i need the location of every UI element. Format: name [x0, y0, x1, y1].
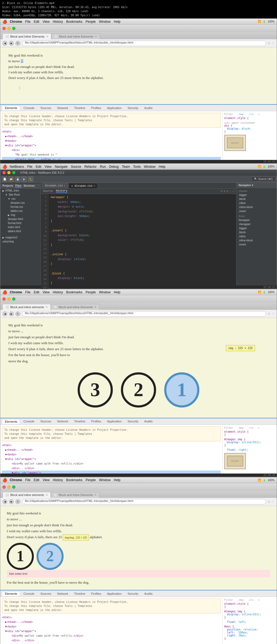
files-tab[interactable]: Files [15, 184, 21, 188]
devtools-tab-sources[interactable]: Sources [38, 106, 54, 110]
tab-close-css-1[interactable]: ✕ [64, 184, 65, 187]
tab-cls-2-2[interactable]: ✕ [94, 306, 97, 308]
fwd-3[interactable]: ▶ [9, 499, 14, 504]
bookmarks-menu[interactable]: Bookmarks [66, 20, 83, 24]
chrome-menu-2[interactable]: Chrome [10, 290, 22, 294]
tab-close-2[interactable]: ✕ [95, 35, 97, 38]
devtools-tab-console[interactable]: Console [21, 106, 37, 110]
help-menu-3[interactable]: Help [114, 478, 121, 482]
nb-nav-invert[interactable]: .invert [236, 209, 277, 213]
nb-nav-bigger-2[interactable]: .bigger [236, 226, 277, 230]
minimize-3[interactable] [7, 485, 11, 489]
nb-nav-block-2[interactable]: .block [236, 230, 277, 234]
dt3-security[interactable]: Security [125, 592, 141, 596]
window-menu[interactable]: Window [99, 20, 111, 24]
nb-item-divspan-html[interactable]: divspan.html [0, 217, 41, 221]
nb-menu-source[interactable]: Source [71, 165, 81, 169]
maximize-btn-2[interactable] [12, 297, 15, 301]
devtools-tab-audits[interactable]: Audits [141, 106, 155, 110]
nb-tab-divspan-css-1[interactable]: divspan.css ✕ [42, 183, 68, 188]
history-menu[interactable]: History [53, 20, 63, 24]
devtools-tab-application[interactable]: Application [104, 106, 124, 110]
file-menu-2[interactable]: File [25, 290, 30, 294]
tab-cls-3-1[interactable]: ✕ [46, 494, 48, 496]
view-menu-2[interactable]: View [42, 290, 50, 294]
dt3-profiles[interactable]: Profiles [88, 592, 104, 596]
nb-item-css[interactable]: ▼ css [0, 197, 41, 201]
nb-item-divspan-css[interactable]: divspan.css [0, 201, 41, 205]
nb-nav-wrapper[interactable]: #wrapper [236, 218, 277, 222]
dt2-timeline[interactable]: Timeline [71, 419, 88, 423]
nb-item-site-root[interactable]: ▼ Site Root [0, 193, 41, 197]
view-menu[interactable]: View [42, 20, 50, 24]
close-btn-2[interactable] [2, 297, 6, 301]
forward-button[interactable]: ▶ [9, 41, 14, 46]
tab-cls-3-2[interactable]: ✕ [94, 494, 97, 496]
tab-close-1[interactable]: ✕ [46, 35, 48, 38]
nb-nav-inline-2[interactable]: .inline [236, 234, 277, 238]
dt3-timeline[interactable]: Timeline [71, 592, 88, 596]
nb-search-box[interactable]: 🔍 Search (⌘I) [252, 177, 275, 181]
dt3-audits[interactable]: Audits [141, 592, 155, 596]
nb-menu-tools[interactable]: Tools [133, 165, 141, 169]
nb-new-btn[interactable]: 📄 [2, 176, 7, 182]
window-menu-2[interactable]: Window [99, 290, 111, 294]
nb-menu-help[interactable]: Help [159, 165, 166, 169]
nb-item-magento2[interactable]: ▶ magento2 [0, 235, 41, 239]
dt2-profiles[interactable]: Profiles [88, 419, 104, 423]
dt2-elements[interactable]: Elements [2, 419, 20, 424]
nb-item-format-css[interactable]: format.css [0, 205, 41, 209]
refresh-3[interactable]: ↻ [15, 499, 20, 504]
nb-menu-refactor[interactable]: Refactor [84, 165, 97, 169]
close-3[interactable] [2, 485, 6, 489]
nb-maximize-btn[interactable] [12, 171, 15, 174]
people-menu-2[interactable]: People [86, 290, 96, 294]
nb-nav-inline[interactable]: .inline [236, 201, 277, 205]
devtools-tab-network[interactable]: Network [55, 106, 71, 110]
minimize-btn-2[interactable] [7, 297, 11, 301]
bookmarks-menu-2[interactable]: Bookmarks [66, 290, 83, 294]
nb-close-btn[interactable] [2, 171, 6, 174]
dt3-sources[interactable]: Sources [38, 592, 54, 596]
back-btn-2[interactable]: ◀ [2, 311, 7, 316]
tab-2-inactive[interactable]: ⬜ Block and Inline Elements ✕ [51, 33, 100, 39]
dt2-console[interactable]: Console [21, 419, 37, 423]
nb-nav-invert-2[interactable]: .invert [236, 242, 277, 247]
help-menu-2[interactable]: Help [114, 290, 121, 294]
address-field-2[interactable]: file:///Applications/XAMPP/xamppfiles/ht… [22, 311, 266, 317]
tab-3-2[interactable]: ⬜ Block and Inline Elements ✕ [51, 492, 100, 498]
dt2-sources[interactable]: Sources [38, 419, 54, 423]
people-menu[interactable]: People [86, 20, 96, 24]
edit-menu[interactable]: Edit [34, 20, 39, 24]
nb-item-img[interactable]: ▶ img [0, 213, 41, 217]
nb-nav-block[interactable]: .block [236, 197, 277, 201]
edit-menu-3[interactable]: Edit [34, 478, 39, 482]
view-menu-3[interactable]: View [42, 478, 50, 482]
minimize-button[interactable] [7, 27, 11, 30]
nb-menu-file[interactable]: File [27, 165, 32, 169]
projects-tab[interactable]: Projects [2, 184, 13, 188]
tab-close-css-2[interactable]: ✕ [93, 184, 95, 187]
maximize-button[interactable] [12, 27, 15, 30]
people-menu-3[interactable]: People [86, 478, 96, 482]
nb-item-index-html[interactable]: index.html [0, 225, 41, 229]
tab-3-1[interactable]: ⬜ Block and inline elements ✕ [2, 492, 51, 498]
dt2-audits[interactable]: Audits [141, 419, 155, 423]
nb-nav-inline-block[interactable]: .inline-block [236, 205, 277, 209]
tab-chrome2-1[interactable]: ⬜ Block and inline elements ✕ [2, 304, 51, 310]
refresh-btn-2[interactable]: ↻ [15, 311, 20, 316]
nb-item-tables-html[interactable]: tables.html [0, 229, 41, 233]
dt3-elements[interactable]: Elements [2, 591, 20, 596]
maximize-3[interactable] [12, 485, 15, 489]
file-menu-3[interactable]: File [25, 478, 30, 482]
nb-nav-inline-block-2[interactable]: .inline-block [236, 238, 277, 242]
file-menu[interactable]: File [25, 20, 30, 24]
dt3-console[interactable]: Console [21, 592, 37, 596]
nb-item-unturning[interactable]: unturning [0, 239, 41, 244]
chrome-menu-3[interactable]: Chrome [10, 478, 22, 482]
tab-1-active[interactable]: ⬜ Block and Inline Elements ✕ [2, 33, 51, 39]
dom-selected-element[interactable]: <div>to move ...</div> == id [2, 157, 221, 160]
devtools-tab-elements[interactable]: Elements [2, 106, 20, 110]
nb-menu-team[interactable]: Team [122, 165, 130, 169]
dt3-application[interactable]: Application [104, 592, 124, 596]
